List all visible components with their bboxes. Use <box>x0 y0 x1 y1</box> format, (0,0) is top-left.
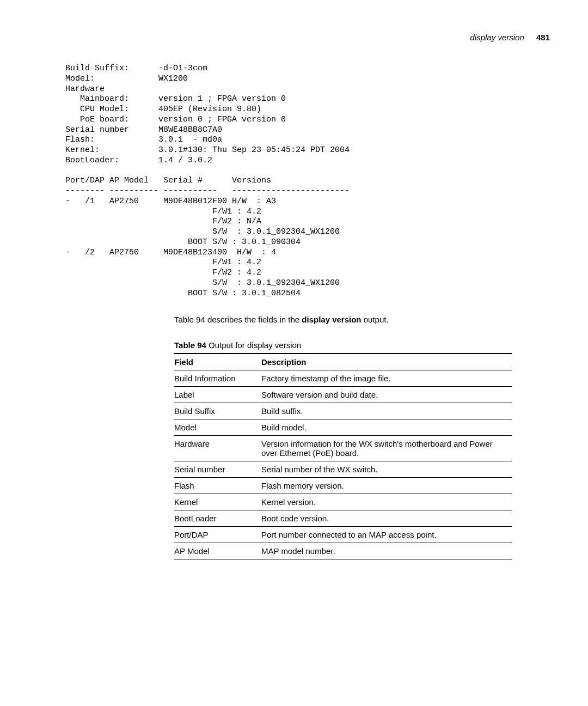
page-header: display version 481 <box>65 33 550 42</box>
table-header-row: Field Description <box>174 354 512 370</box>
caption-text-after: output. <box>362 315 389 324</box>
table-row: BootLoaderBoot code version. <box>174 510 512 527</box>
cell-desc: Build suffix. <box>261 403 512 419</box>
cell-field: Label <box>174 387 261 403</box>
table-row: FlashFlash memory version. <box>174 478 512 494</box>
terminal-output: Build Suffix: -d-O1-3com Model: WX1200 H… <box>65 64 550 299</box>
table-number: Table 94 <box>174 340 206 350</box>
table-row: AP ModelMAP model number. <box>174 543 512 559</box>
header-page-number: 481 <box>536 33 550 42</box>
table-row: KernelKernel version. <box>174 494 512 510</box>
table-caption: Output for display version <box>206 340 301 350</box>
table-block: Table 94 Output for display version Fiel… <box>174 340 550 559</box>
cell-field: Port/DAP <box>174 527 261 543</box>
cell-desc: MAP model number. <box>261 543 512 559</box>
cell-desc: Flash memory version. <box>261 478 512 494</box>
table-title: Table 94 Output for display version <box>174 340 550 350</box>
cell-field: Build Suffix <box>174 403 261 419</box>
table-row: Build InformationFactory timestamp of th… <box>174 370 512 387</box>
table-row: Port/DAPPort number connected to an MAP … <box>174 527 512 543</box>
cell-desc: Factory timestamp of the image file. <box>261 370 512 387</box>
header-section: display version <box>470 33 524 42</box>
fields-table: Field Description Build InformationFacto… <box>174 353 512 559</box>
cell-desc: Software version and build date. <box>261 387 512 403</box>
caption-text-before: Table 94 describes the fields in the <box>174 315 302 324</box>
cell-field: Kernel <box>174 494 261 510</box>
col-head-field: Field <box>174 354 261 370</box>
cell-field: Serial number <box>174 461 261 478</box>
cell-desc: Version information for the WX switch's … <box>261 436 512 461</box>
caption-command-name: display version <box>302 315 361 324</box>
cell-field: Hardware <box>174 436 261 461</box>
table-row: Serial numberSerial number of the WX swi… <box>174 461 512 478</box>
cell-field: Flash <box>174 478 261 494</box>
cell-field: BootLoader <box>174 510 261 527</box>
table-reference-paragraph: Table 94 describes the fields in the dis… <box>174 314 550 325</box>
cell-desc: Serial number of the WX switch. <box>261 461 512 478</box>
table-row: HardwareVersion information for the WX s… <box>174 436 512 461</box>
cell-field: Model <box>174 419 261 436</box>
cell-field: AP Model <box>174 543 261 559</box>
cell-desc: Kernel version. <box>261 494 512 510</box>
table-row: ModelBuild model. <box>174 419 512 436</box>
col-head-description: Description <box>261 354 512 370</box>
cell-desc: Boot code version. <box>261 510 512 527</box>
cell-desc: Build model. <box>261 419 512 436</box>
cell-field: Build Information <box>174 370 261 387</box>
table-row: LabelSoftware version and build date. <box>174 387 512 403</box>
cell-desc: Port number connected to an MAP access p… <box>261 527 512 543</box>
table-row: Build SuffixBuild suffix. <box>174 403 512 419</box>
